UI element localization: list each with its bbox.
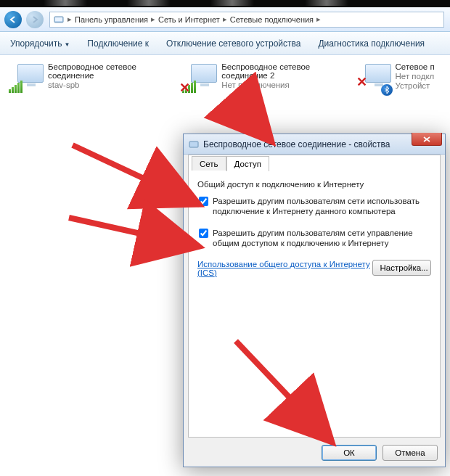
nav-forward-button[interactable]: [26, 11, 44, 28]
cancel-button[interactable]: Отмена: [382, 445, 438, 461]
group-title: Общий доступ к подключению к Интернету: [197, 180, 431, 189]
ics-help-link[interactable]: Использование общего доступа к Интернету…: [197, 260, 372, 277]
toolbar-disable[interactable]: Отключение сетевого устройства: [166, 38, 300, 49]
nav-back-button[interactable]: [4, 11, 22, 28]
location-icon: [53, 14, 65, 25]
checkbox-input[interactable]: [199, 229, 208, 238]
connection-status: stav-spb: [48, 81, 165, 89]
breadcrumb-item[interactable]: Сетевые подключения: [230, 15, 314, 24]
dialog-body: Сеть Доступ Общий доступ к подключению к…: [188, 155, 441, 438]
tab-sharing[interactable]: Доступ: [226, 156, 269, 171]
connection-device: Устройст: [396, 81, 435, 90]
properties-dialog: Беспроводное сетевое соединение - свойст…: [183, 134, 446, 467]
toolbar-organize[interactable]: Упорядочить▼: [10, 38, 70, 49]
connection-status: Нет подключения: [221, 81, 338, 89]
connection-title: Беспроводное сетевое соединение: [48, 62, 165, 80]
svg-rect-2: [189, 141, 198, 147]
svg-rect-1: [55, 17, 62, 21]
connection-title: Беспроводное сетевое соединение 2: [221, 62, 338, 80]
breadcrumb-item[interactable]: Сеть и Интернет: [158, 15, 220, 24]
address-bar[interactable]: ▸ Панель управления ▸ Сеть и Интернет ▸ …: [49, 12, 444, 28]
chevron-right-icon: ▸: [223, 15, 227, 24]
chevron-right-icon: ▸: [68, 15, 72, 24]
allow-control-checkbox[interactable]: Разрешить другим пользователям сети упра…: [199, 228, 431, 248]
bluetooth-icon: [381, 84, 393, 96]
breadcrumb-item[interactable]: Панель управления: [75, 15, 148, 24]
tab-network[interactable]: Сеть: [192, 156, 226, 171]
dialog-titlebar[interactable]: Беспроводное сетевое соединение - свойст…: [184, 134, 445, 155]
dialog-title: Беспроводное сетевое соединение - свойст…: [203, 139, 390, 149]
wifi-icon: [9, 62, 44, 94]
checkbox-label: Разрешить другим пользователям сети испо…: [213, 196, 431, 216]
chevron-right-icon: ▸: [151, 15, 155, 24]
wifi-icon: ✕: [182, 62, 217, 94]
allow-sharing-checkbox[interactable]: Разрешить другим пользователям сети испо…: [199, 196, 431, 216]
connection-status: Нет подкл: [396, 72, 435, 81]
checkbox-label: Разрешить другим пользователям сети упра…: [213, 228, 431, 248]
toolbar-diagnose[interactable]: Диагностика подключения: [318, 38, 425, 49]
command-toolbar: Упорядочить▼ Подключение к Отключение се…: [0, 32, 450, 55]
network-icon: ✕: [356, 62, 391, 94]
explorer-navbar: ▸ Панель управления ▸ Сеть и Интернет ▸ …: [0, 7, 450, 32]
connection-item[interactable]: Беспроводное сетевое соединение stav-spb: [9, 62, 165, 469]
connection-title: Сетевое п: [396, 62, 435, 71]
ok-button[interactable]: ОК: [322, 445, 377, 461]
close-button[interactable]: [412, 133, 442, 146]
checkbox-input[interactable]: [199, 197, 208, 206]
toolbar-connect[interactable]: Подключение к: [87, 38, 149, 49]
disconnected-icon: ✕: [179, 83, 191, 94]
chevron-right-icon: ▸: [316, 15, 321, 24]
chevron-down-icon: ▼: [64, 41, 70, 48]
settings-button[interactable]: Настройка...: [372, 260, 431, 276]
disconnected-icon: ✕: [356, 77, 368, 89]
network-icon: [188, 139, 200, 150]
taskbar-reflection: [0, 0, 450, 7]
